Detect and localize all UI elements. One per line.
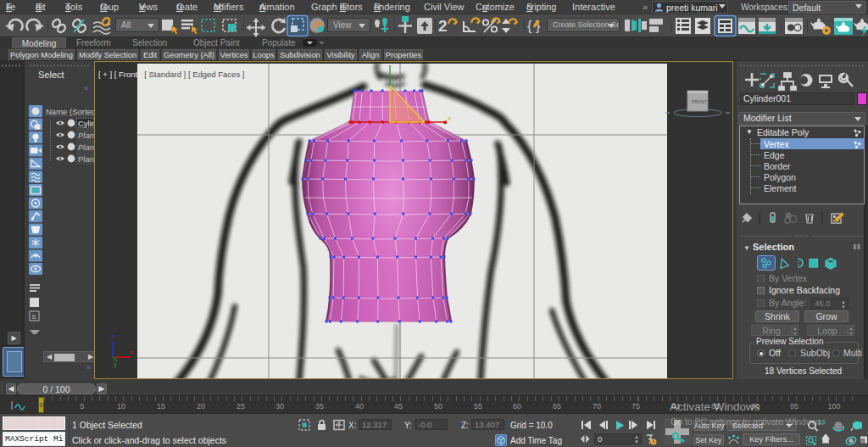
svg-text:y: y [114,361,117,368]
svg-text:2: 2 [438,17,448,35]
svg-text:{: { [527,19,532,33]
svg-text:x: x [130,349,133,355]
svg-text:S: S [31,313,36,321]
svg-text:3,5: 3,5 [818,419,826,425]
svg-text:z: z [111,333,114,339]
svg-text:FRONT: FRONT [692,99,708,104]
